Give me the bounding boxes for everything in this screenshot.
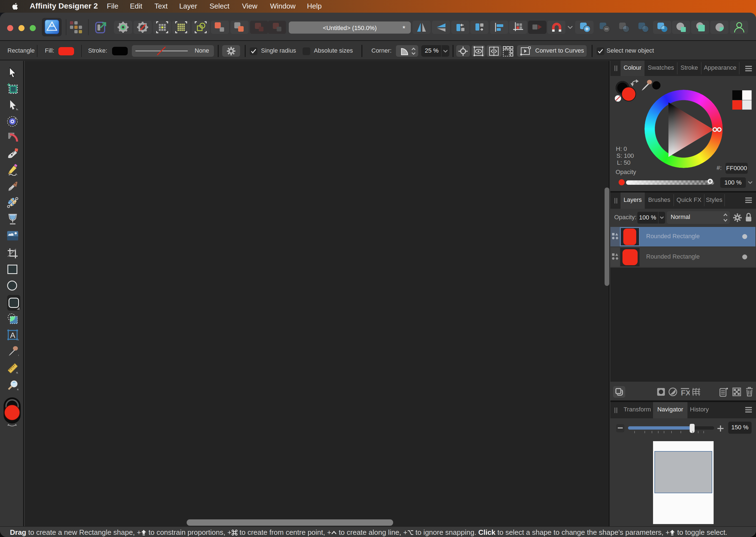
svg-text:A: A	[10, 331, 16, 340]
svg-text:FX: FX	[681, 389, 690, 396]
